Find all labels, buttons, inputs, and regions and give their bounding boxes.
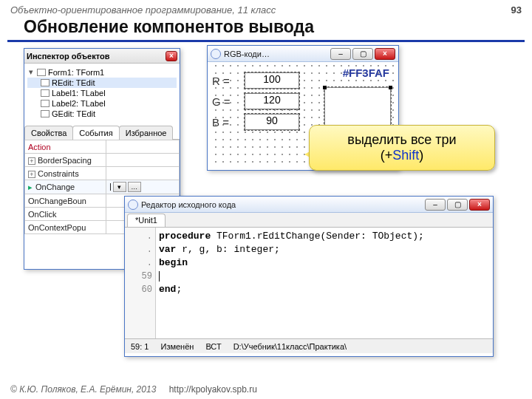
r-label: R =: [212, 75, 245, 87]
b-input[interactable]: 90: [245, 114, 299, 130]
rgb-title: RGB-коди…: [224, 50, 327, 58]
course-label: Объектно-ориентированное программировани…: [10, 4, 276, 16]
status-state: Изменён: [160, 342, 194, 351]
g-input[interactable]: 120: [245, 93, 299, 109]
close-icon[interactable]: ×: [469, 199, 490, 211]
editor-titlebar: Редактор исходного кода – ▢ ×: [125, 197, 493, 213]
editor-tabs: *Unit1: [125, 213, 493, 228]
footer-url: http://kpolyakov.spb.ru: [169, 384, 257, 395]
prop-row[interactable]: +Constraints: [25, 167, 180, 180]
prop-row[interactable]: Action: [25, 140, 180, 154]
inspector-title: Инспектор объектов: [27, 52, 109, 61]
tree-row[interactable]: Label2: TLabel: [27, 98, 177, 109]
app-icon: [211, 49, 221, 59]
editor-tab[interactable]: *Unit1: [127, 214, 166, 227]
prop-row[interactable]: ▸OnChange|▾…: [25, 180, 180, 194]
app-icon: [128, 200, 138, 210]
close-icon[interactable]: ×: [375, 48, 395, 60]
code-area[interactable]: procedure TForm1.rEditChange(Sender: TOb…: [156, 228, 493, 338]
component-icon: [41, 110, 50, 117]
status-path: D:\Учебник\11класс\Практика\: [233, 342, 347, 351]
expand-icon[interactable]: +: [28, 171, 35, 178]
minimize-icon[interactable]: –: [425, 199, 446, 211]
tab-events[interactable]: События: [72, 126, 119, 140]
status-position: 59: 1: [131, 342, 149, 351]
callout-line2: (+Shift): [381, 148, 424, 163]
footer-copyright: © К.Ю. Поляков, Е.А. Ерёмин, 2013: [10, 384, 156, 395]
inspector-titlebar: Инспектор объектов ×: [24, 49, 180, 64]
status-mode: ВСТ: [205, 342, 221, 351]
minimize-icon[interactable]: –: [330, 48, 351, 60]
inspector-tabs: Свойства События Избранное: [24, 125, 180, 140]
form-icon: [37, 69, 46, 76]
close-icon[interactable]: ×: [166, 51, 177, 61]
ellipsis-button[interactable]: …: [128, 182, 141, 192]
code-editor-window: Редактор исходного кода – ▢ × *Unit1 . .…: [124, 196, 494, 357]
component-tree: ▾Form1: TForm1 REdit: TEdit Label1: TLab…: [24, 64, 180, 122]
component-icon: [41, 89, 50, 97]
component-icon: [41, 79, 50, 86]
component-icon: [41, 100, 50, 107]
callout-line1: выделить все три: [347, 132, 456, 148]
dropdown-button[interactable]: ▾: [113, 182, 126, 192]
rgb-titlebar: RGB-коди… – ▢ ×: [208, 46, 398, 62]
tree-row[interactable]: REdit: TEdit: [27, 78, 177, 88]
b-label: B =: [212, 116, 245, 129]
slide-header: Объектно-ориентированное программировани…: [0, 0, 532, 16]
tree-row[interactable]: Label1: TLabel: [27, 88, 177, 98]
g-label: G =: [212, 95, 245, 108]
page-number: 93: [511, 4, 522, 16]
editor-title: Редактор исходного кода: [141, 200, 422, 209]
page-title: Обновление компонентов вывода: [7, 16, 525, 42]
tree-row[interactable]: GEdit: TEdit: [27, 109, 177, 119]
tab-properties[interactable]: Свойства: [24, 126, 73, 140]
prop-row[interactable]: +BorderSpacing: [25, 154, 180, 167]
hint-callout: выделить все три (+Shift): [309, 125, 495, 171]
tree-row[interactable]: ▾Form1: TForm1: [27, 66, 177, 78]
tab-favorites[interactable]: Избранное: [119, 126, 174, 140]
text-cursor: [159, 271, 160, 282]
maximize-icon[interactable]: ▢: [352, 48, 373, 60]
expand-icon[interactable]: +: [28, 157, 35, 165]
maximize-icon[interactable]: ▢: [447, 199, 468, 211]
slide-canvas: Инспектор объектов × ▾Form1: TForm1 REdi…: [0, 48, 532, 381]
r-input[interactable]: 100: [245, 72, 299, 89]
editor-statusbar: 59: 1 Изменён ВСТ D:\Учебник\11класс\Пра…: [125, 338, 493, 353]
editor-gutter: . . . 59 60: [125, 228, 156, 338]
slide-footer: © К.Ю. Поляков, Е.А. Ерёмин, 2013 http:/…: [10, 384, 257, 395]
